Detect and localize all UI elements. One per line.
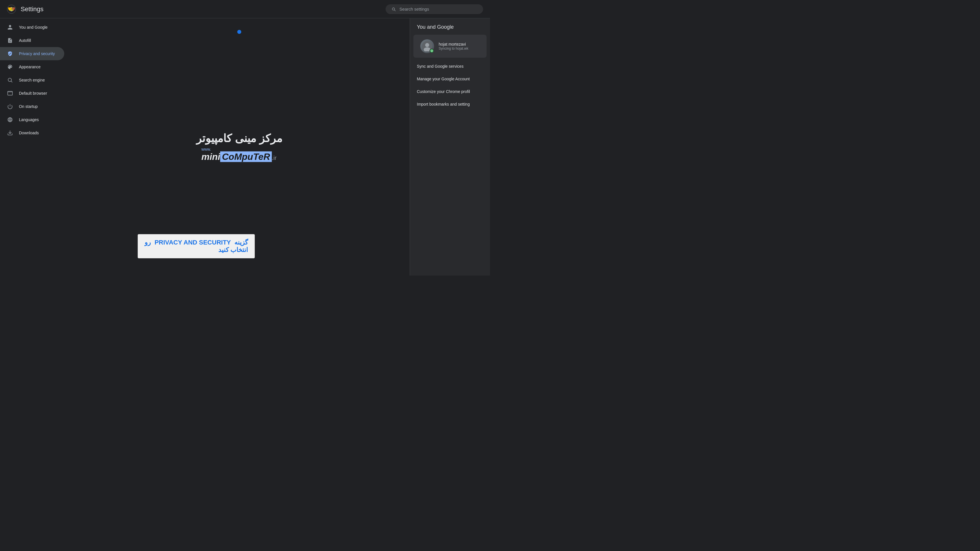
layout: You and Google Autofill Privacy and secu… — [0, 18, 490, 276]
right-panel-link-customize[interactable]: Customize your Chrome profil — [410, 85, 490, 98]
user-info: hojat mortezavi Syncing to hojat.wk — [439, 42, 468, 51]
person-icon — [7, 24, 13, 30]
url-mini-text: mini — [201, 151, 220, 162]
sidebar-item-search-engine[interactable]: Search engine — [0, 73, 64, 87]
sidebar-label-appearance: Appearance — [19, 65, 41, 69]
sidebar-label-default-browser: Default browser — [19, 91, 47, 96]
right-panel-link-manage[interactable]: Manage your Google Account — [410, 73, 490, 85]
palette-icon — [7, 64, 13, 70]
dot-indicator — [237, 30, 241, 34]
search-engine-icon — [7, 77, 13, 83]
sidebar-label-languages: Languages — [19, 117, 39, 122]
web-icon — [7, 90, 13, 96]
sidebar-item-you-google[interactable]: You and Google — [0, 21, 64, 34]
sidebar-item-default-browser[interactable]: Default browser — [0, 87, 64, 100]
power-icon — [7, 104, 13, 110]
sidebar-label-search-engine: Search engine — [19, 78, 45, 82]
sidebar-item-appearance[interactable]: Appearance — [0, 60, 64, 73]
shield-icon — [7, 51, 13, 57]
sidebar-item-downloads[interactable]: Downloads — [0, 126, 64, 140]
language-icon — [7, 116, 13, 123]
sidebar-label-you-google: You and Google — [19, 25, 48, 30]
url-www-line: www. mini CoMpuTeR .ir — [201, 147, 277, 162]
url-ir-text: .ir — [272, 154, 277, 161]
svg-rect-5 — [8, 91, 13, 92]
banner-text-left: گزینه — [234, 239, 248, 246]
watermark-container: مرکز مینی کامپیوتر www. mini CoMpuTeR .i… — [196, 132, 282, 162]
download-icon — [7, 130, 13, 136]
bottom-banner: گزینه PRIVACY AND SECURITY رو انتخاب کنی… — [138, 234, 255, 258]
search-icon — [391, 6, 396, 12]
sync-badge — [430, 48, 434, 53]
url-www-text: www. — [201, 147, 211, 151]
header: Settings — [0, 0, 490, 18]
sidebar-label-privacy-security: Privacy and security — [19, 51, 55, 56]
watermark-fa-text: مرکز مینی کامپیوتر — [196, 132, 282, 145]
sidebar-item-privacy-security[interactable]: Privacy and security — [0, 47, 64, 60]
svg-line-3 — [11, 81, 12, 82]
svg-point-2 — [8, 78, 11, 81]
main-content: مرکز مینی کامپیوتر www. mini CoMpuTeR .i… — [69, 18, 410, 276]
sidebar-item-autofill[interactable]: Autofill — [0, 34, 64, 47]
header-left: Settings — [7, 5, 44, 14]
sidebar-item-on-startup[interactable]: On startup — [0, 100, 64, 113]
banner-text: گزینه PRIVACY AND SECURITY رو انتخاب کنی… — [145, 239, 248, 254]
user-name: hojat mortezavi — [439, 42, 468, 46]
right-panel-links: Sync and Google services Manage your Goo… — [410, 58, 490, 113]
sidebar: You and Google Autofill Privacy and secu… — [0, 18, 69, 276]
avatar-container — [420, 39, 434, 53]
description-icon — [7, 37, 13, 44]
sidebar-label-on-startup: On startup — [19, 104, 38, 109]
page-title: Settings — [21, 5, 44, 13]
search-input[interactable] — [399, 6, 477, 11]
url-computer-text: CoMpuTeR — [220, 151, 272, 162]
right-panel-title: You and Google — [410, 18, 490, 35]
right-panel-user[interactable]: hojat mortezavi Syncing to hojat.wk — [414, 35, 487, 58]
sidebar-label-autofill: Autofill — [19, 38, 31, 43]
banner-text-middle: PRIVACY AND SECURITY — [154, 239, 231, 246]
right-panel: You and Google — [410, 18, 490, 276]
right-panel-link-sync[interactable]: Sync and Google services — [410, 60, 490, 73]
sidebar-label-downloads: Downloads — [19, 131, 39, 135]
right-panel-link-import[interactable]: Import bookmarks and setting — [410, 98, 490, 110]
search-bar[interactable] — [386, 4, 483, 14]
chrome-logo-icon — [7, 5, 16, 14]
svg-point-9 — [425, 43, 429, 47]
sidebar-item-languages[interactable]: Languages — [0, 113, 64, 126]
watermark-url: www. mini CoMpuTeR .ir — [196, 147, 282, 162]
user-sync: Syncing to hojat.wk — [439, 46, 468, 51]
